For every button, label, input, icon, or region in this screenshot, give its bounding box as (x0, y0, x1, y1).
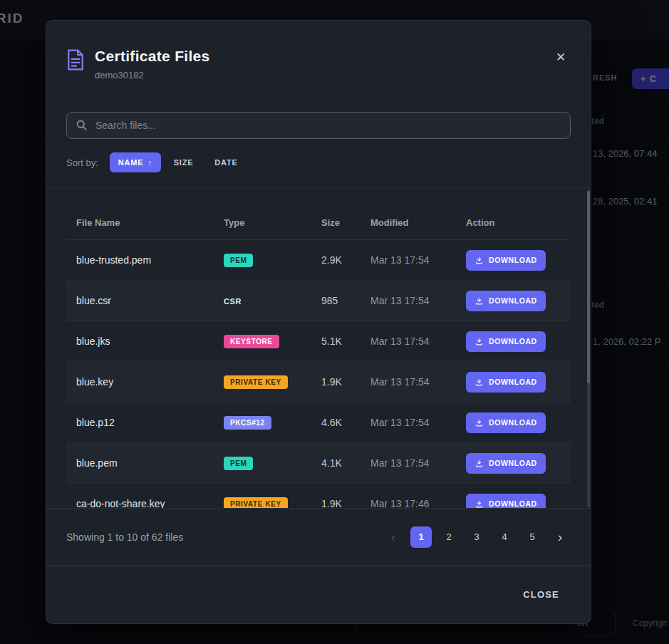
download-button[interactable]: DOWNLOAD (466, 412, 546, 433)
table-row: blue.pem PEM 4.1K Mar 13 17:54 DOWNLOAD (66, 443, 571, 484)
column-header-size: Size (321, 217, 370, 228)
search-input[interactable] (66, 112, 571, 139)
download-button[interactable]: DOWNLOAD (466, 494, 546, 509)
modal-footer: CLOSE (46, 565, 591, 623)
type-badge: PRIVATE KEY (224, 497, 288, 508)
page-button-1[interactable]: 1 (410, 526, 432, 548)
type-badge: PKCS#12 (224, 416, 271, 430)
download-button[interactable]: DOWNLOAD (466, 372, 546, 393)
file-size: 1.9K (321, 498, 370, 508)
file-size: 5.1K (321, 336, 370, 347)
table-row: blue.key PRIVATE KEY 1.9K Mar 13 17:54 D… (66, 362, 571, 402)
table-row: blue-trusted.pem PEM 2.9K Mar 13 17:54 D… (66, 240, 571, 281)
type-cell: PEM (224, 253, 321, 267)
file-modified: Mar 13 17:54 (370, 417, 466, 428)
certificate-files-modal: Certificate Files demo30182 ✕ Sort by: N… (46, 20, 591, 624)
download-button[interactable]: DOWNLOAD (466, 291, 546, 311)
download-label: DOWNLOAD (489, 459, 537, 467)
download-icon (474, 499, 484, 509)
table-row: ca-do-not-share.key PRIVATE KEY 1.9K Mar… (66, 484, 571, 508)
page-button-3[interactable]: 3 (466, 526, 487, 548)
next-page-icon[interactable]: › (549, 526, 571, 548)
title-block: Certificate Files demo30182 (95, 48, 210, 112)
file-name: ca-do-not-share.key (76, 498, 224, 508)
search-bar (66, 112, 571, 139)
file-name: blue.key (76, 376, 224, 388)
download-button[interactable]: DOWNLOAD (466, 331, 546, 352)
download-icon (474, 459, 484, 468)
download-icon (474, 256, 484, 265)
download-label: DOWNLOAD (489, 337, 537, 346)
pagination-pages: 12345 (410, 526, 543, 548)
sort-options: NAME↑SIZEDATE (110, 152, 247, 172)
download-icon (474, 337, 484, 346)
file-modified: Mar 13 17:46 (370, 498, 466, 508)
type-badge: CSR (224, 297, 242, 306)
table-row: blue.csr CSR 985 Mar 13 17:54 DOWNLOAD (66, 281, 571, 321)
modal-header: Certificate Files demo30182 ✕ (46, 21, 591, 112)
file-name: blue.jks (76, 336, 224, 347)
file-size: 1.9K (321, 376, 370, 388)
download-icon (474, 418, 484, 427)
download-label: DOWNLOAD (489, 499, 537, 508)
download-button[interactable]: DOWNLOAD (466, 250, 546, 271)
file-name: blue.csr (76, 295, 224, 306)
download-icon (474, 378, 484, 387)
sort-button-size[interactable]: SIZE (165, 152, 202, 172)
page-button-5[interactable]: 5 (522, 526, 543, 548)
sort-button-name[interactable]: NAME↑ (110, 152, 161, 172)
showing-count-text: Showing 1 to 10 of 62 files (66, 531, 183, 543)
download-button[interactable]: DOWNLOAD (466, 453, 546, 474)
type-cell: PRIVATE KEY (224, 497, 321, 508)
page-button-4[interactable]: 4 (494, 526, 515, 548)
table-header-row: File Name Type Size Modified Action (66, 188, 571, 240)
type-badge: PEM (224, 254, 253, 267)
file-modified: Mar 13 17:54 (370, 336, 466, 347)
type-badge: KEYSTORE (224, 335, 279, 348)
search-icon (76, 119, 88, 131)
scrollbar-thumb[interactable] (587, 191, 590, 383)
file-table-body: blue-trusted.pem PEM 2.9K Mar 13 17:54 D… (66, 240, 571, 508)
file-size: 985 (321, 295, 370, 306)
previous-page-icon[interactable]: ‹ (383, 526, 404, 548)
type-cell: PKCS#12 (224, 415, 321, 430)
type-cell: KEYSTORE (224, 334, 321, 348)
modal-title: Certificate Files (95, 48, 210, 65)
file-table-region: File Name Type Size Modified Action blue… (46, 187, 591, 508)
type-cell: PEM (224, 456, 321, 470)
modal-subtitle: demo30182 (95, 70, 210, 80)
sort-button-date[interactable]: DATE (206, 152, 246, 172)
download-label: DOWNLOAD (489, 296, 537, 305)
sort-direction-icon: ↑ (147, 158, 152, 167)
type-cell: CSR (224, 294, 321, 307)
file-modified: Mar 13 17:54 (370, 254, 466, 266)
file-modified: Mar 13 17:54 (370, 457, 466, 469)
pagination: ‹ 12345 › (383, 526, 571, 548)
close-icon[interactable]: ✕ (551, 48, 571, 68)
column-header-file-name: File Name (76, 217, 224, 228)
table-row: blue.jks KEYSTORE 5.1K Mar 13 17:54 DOWN… (66, 321, 571, 362)
file-modified: Mar 13 17:54 (370, 376, 466, 388)
download-label: DOWNLOAD (489, 378, 537, 386)
page-button-2[interactable]: 2 (438, 526, 460, 548)
file-name: blue-trusted.pem (76, 254, 224, 266)
download-label: DOWNLOAD (489, 418, 537, 427)
file-name: blue.p12 (76, 417, 224, 428)
close-button[interactable]: CLOSE (523, 589, 559, 600)
table-row: blue.p12 PKCS#12 4.6K Mar 13 17:54 DOWNL… (66, 402, 571, 443)
file-modified: Mar 13 17:54 (370, 295, 466, 306)
type-badge: PRIVATE KEY (224, 375, 288, 389)
download-icon (474, 296, 484, 306)
document-icon (66, 49, 85, 71)
sort-by-label: Sort by: (66, 157, 98, 168)
file-size: 4.6K (321, 417, 370, 428)
column-header-action: Action (466, 217, 561, 228)
type-badge: PEM (224, 457, 253, 470)
pagination-bar: Showing 1 to 10 of 62 files ‹ 12345 › (46, 508, 591, 565)
column-header-type: Type (224, 217, 321, 228)
file-name: blue.pem (76, 457, 224, 469)
type-cell: PRIVATE KEY (224, 375, 321, 389)
file-size: 4.1K (321, 457, 370, 469)
column-header-modified: Modified (370, 217, 466, 228)
sort-row: Sort by: NAME↑SIZEDATE (66, 152, 571, 173)
